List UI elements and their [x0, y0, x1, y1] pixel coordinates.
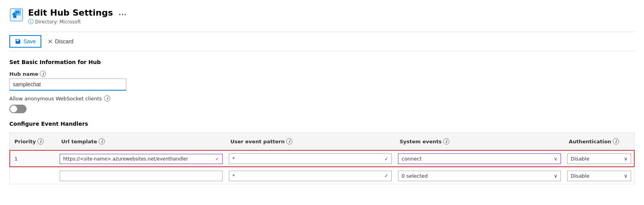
- anonymous-label-text: Allow anonymous WebSocket clients: [9, 96, 102, 102]
- cell-url-template-2[interactable]: [57, 169, 226, 183]
- anonymous-info-icon[interactable]: i: [104, 95, 110, 102]
- hub-name-label: Hub name i: [9, 71, 635, 77]
- system-events-dropdown-2[interactable]: 0 selected ∨: [398, 171, 561, 181]
- table-row: 1 https://<site-name>.azurewebsites.net/…: [9, 150, 635, 167]
- priority-value-1: 1: [14, 156, 18, 162]
- user-event-info-icon[interactable]: i: [286, 138, 292, 144]
- hub-name-label-text: Hub name: [9, 71, 38, 77]
- user-event-chevron-2: ✓: [384, 173, 388, 178]
- priority-col-label: Priority: [14, 139, 36, 144]
- authentication-chevron-2: ∨: [624, 173, 628, 179]
- save-icon: [15, 38, 21, 45]
- cell-system-events-2[interactable]: 0 selected ∨: [395, 169, 564, 183]
- cell-authentication-2[interactable]: Disable ∨: [564, 169, 634, 183]
- save-button[interactable]: Save: [9, 35, 41, 48]
- col-header-url-template: Url template i: [57, 136, 226, 147]
- col-header-authentication: Authentication i: [564, 136, 634, 147]
- hub-name-input[interactable]: [9, 78, 126, 91]
- col-header-priority: Priority i: [10, 136, 57, 147]
- authentication-dropdown-2[interactable]: Disable ∨: [567, 171, 631, 181]
- toolbar: Save ✕ Discard: [9, 32, 635, 51]
- user-event-chevron-1: ✓: [384, 156, 388, 162]
- authentication-col-label: Authentication: [569, 139, 611, 144]
- cell-user-event-2[interactable]: * ✓: [226, 169, 395, 183]
- basic-info-section: Set Basic Information for Hub Hub name i…: [9, 59, 635, 114]
- directory-subtitle: ⓘ Directory: Microsoft: [28, 18, 129, 25]
- page-title: Edit Hub Settings ...: [28, 8, 129, 18]
- url-template-value-1: https://<site-name>.azurewebsites.net/ev…: [63, 156, 188, 162]
- url-template-col-label: Url template: [61, 139, 97, 144]
- directory-value: Microsoft: [59, 19, 81, 25]
- url-template-input-2[interactable]: [60, 171, 223, 181]
- cell-priority-1: 1: [10, 153, 57, 164]
- authentication-value-2: Disable: [571, 173, 589, 179]
- event-handlers-title: Configure Event Handlers: [9, 121, 635, 127]
- system-events-chevron-1: ∨: [554, 156, 557, 162]
- user-event-value-2: *: [232, 173, 235, 179]
- system-events-value-2: 0 selected: [402, 173, 428, 179]
- page-title-text: Edit Hub Settings: [28, 8, 113, 18]
- user-event-col-label: User event pattern: [230, 139, 285, 144]
- cell-priority-2: [10, 173, 57, 178]
- url-template-dropdown-1[interactable]: https://<site-name>.azurewebsites.net/ev…: [60, 154, 223, 164]
- discard-label: Discard: [55, 38, 73, 45]
- authentication-dropdown-1[interactable]: Disable ∨: [567, 153, 631, 164]
- cell-authentication-1[interactable]: Disable ∨: [564, 152, 634, 166]
- priority-info-icon[interactable]: i: [37, 138, 44, 144]
- authentication-value-1: Disable: [571, 156, 589, 162]
- anonymous-toggle-label: Allow anonymous WebSocket clients i: [9, 95, 635, 102]
- authentication-chevron-1: ∨: [624, 156, 628, 162]
- authentication-info-icon[interactable]: i: [613, 138, 619, 144]
- system-events-chevron-2: ∨: [554, 173, 557, 179]
- page-header: Edit Hub Settings ... ⓘ Directory: Micro…: [9, 8, 635, 25]
- user-event-value-1: *: [232, 156, 235, 162]
- table-row: * ✓ 0 selected ∨ Disable ∨: [9, 167, 635, 184]
- col-header-user-event: User event pattern i: [226, 136, 395, 147]
- col-header-system-events: System events i: [395, 136, 564, 147]
- basic-info-title: Set Basic Information for Hub: [9, 59, 635, 65]
- event-handlers-section: Configure Event Handlers Priority i Url …: [9, 121, 635, 184]
- hub-name-info-icon[interactable]: i: [40, 71, 46, 77]
- hub-name-field-group: Hub name i: [9, 71, 635, 91]
- cell-url-template-1[interactable]: https://<site-name>.azurewebsites.net/ev…: [57, 152, 226, 166]
- event-handlers-table: Priority i Url template i User event pat…: [9, 132, 635, 184]
- discard-icon: ✕: [48, 38, 53, 45]
- system-events-col-label: System events: [400, 139, 442, 144]
- cell-system-events-1[interactable]: connect ∨: [395, 152, 564, 166]
- system-events-dropdown-1[interactable]: connect ∨: [398, 153, 561, 164]
- cell-user-event-1[interactable]: * ✓: [226, 152, 395, 166]
- table-header-row: Priority i Url template i User event pat…: [9, 132, 635, 150]
- save-label: Save: [23, 38, 36, 45]
- anonymous-toggle[interactable]: [9, 105, 27, 113]
- header-text-group: Edit Hub Settings ... ⓘ Directory: Micro…: [28, 8, 129, 25]
- app-icon: [9, 8, 23, 22]
- system-events-info-icon[interactable]: i: [443, 138, 449, 144]
- directory-label: Directory:: [35, 19, 58, 25]
- ellipsis-menu-button[interactable]: ...: [116, 8, 129, 18]
- discard-button[interactable]: ✕ Discard: [43, 36, 78, 48]
- user-event-dropdown-2[interactable]: * ✓: [229, 171, 392, 181]
- url-template-chevron-1: ✓: [215, 156, 219, 162]
- system-events-value-1: connect: [402, 156, 422, 162]
- url-template-info-icon[interactable]: i: [99, 138, 105, 144]
- user-event-dropdown-1[interactable]: * ✓: [229, 153, 392, 164]
